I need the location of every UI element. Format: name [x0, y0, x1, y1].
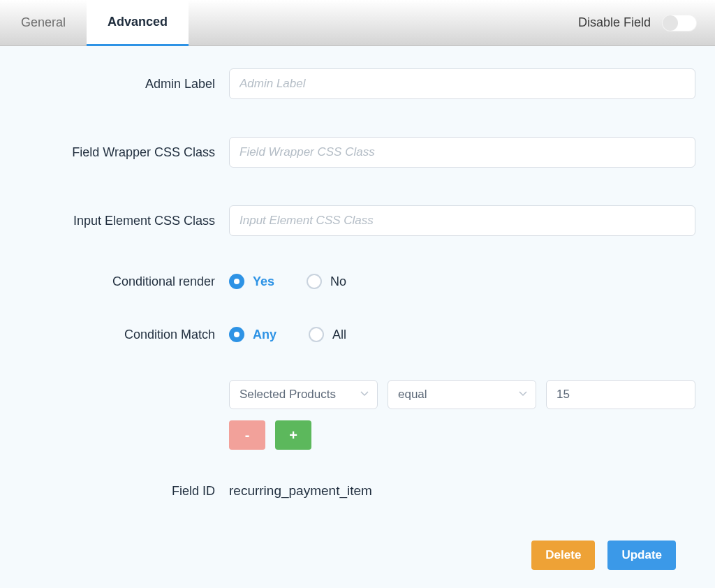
condition-operator-value: equal — [398, 388, 427, 402]
admin-label-input[interactable] — [229, 68, 695, 99]
radio-dot-icon — [309, 327, 324, 342]
condition-match-all-label: All — [332, 328, 346, 342]
input-class-label: Input Element CSS Class — [20, 214, 229, 228]
condition-match-all[interactable]: All — [309, 327, 346, 342]
footer-actions: Delete Update — [20, 541, 695, 570]
disable-field-wrap: Disable Field — [578, 15, 715, 31]
condition-field-select[interactable]: Selected Products — [229, 380, 378, 409]
tab-general[interactable]: General — [0, 0, 87, 46]
condition-buttons: - + — [229, 420, 695, 450]
chevron-down-icon — [519, 388, 527, 402]
condition-match-label: Condition Match — [20, 328, 229, 342]
row-admin-label: Admin Label — [20, 68, 695, 99]
input-class-input[interactable] — [229, 205, 695, 236]
conditional-render-label: Conditional render — [20, 274, 229, 289]
conditional-render-yes[interactable]: Yes — [229, 274, 274, 289]
add-condition-button[interactable]: + — [275, 420, 311, 450]
condition-operator-select[interactable]: equal — [388, 380, 536, 409]
radio-dot-icon — [307, 274, 322, 289]
row-input-class: Input Element CSS Class — [20, 205, 695, 236]
wrapper-class-input[interactable] — [229, 137, 695, 168]
condition-value-input[interactable] — [546, 380, 695, 409]
row-condition-match: Condition Match Any All — [20, 327, 695, 342]
conditional-render-no-label: No — [330, 274, 346, 289]
condition-match-any[interactable]: Any — [229, 327, 277, 342]
wrapper-class-label: Field Wrapper CSS Class — [20, 145, 229, 160]
row-conditional-render: Conditional render Yes No — [20, 274, 695, 289]
admin-label-label: Admin Label — [20, 77, 229, 91]
disable-field-toggle[interactable] — [662, 15, 697, 31]
disable-field-label: Disable Field — [578, 15, 651, 30]
condition-field-value: Selected Products — [239, 388, 336, 402]
field-id-value: recurring_payment_item — [229, 483, 372, 499]
chevron-down-icon — [360, 388, 369, 402]
form-area: Admin Label Field Wrapper CSS Class Inpu… — [0, 46, 715, 570]
radio-dot-icon — [229, 274, 244, 289]
update-button[interactable]: Update — [607, 541, 676, 570]
delete-button[interactable]: Delete — [531, 541, 595, 570]
condition-match-any-label: Any — [253, 328, 277, 342]
conditional-render-no[interactable]: No — [307, 274, 346, 289]
conditional-render-yes-label: Yes — [253, 274, 274, 289]
remove-condition-button[interactable]: - — [229, 420, 265, 450]
field-id-label: Field ID — [20, 484, 229, 499]
condition-rule-row: Selected Products equal — [229, 380, 695, 409]
radio-dot-icon — [229, 327, 244, 342]
row-wrapper-class: Field Wrapper CSS Class — [20, 137, 695, 168]
row-field-id: Field ID recurring_payment_item — [20, 483, 695, 499]
tab-bar: General Advanced Disable Field — [0, 0, 715, 46]
tab-advanced[interactable]: Advanced — [87, 0, 189, 46]
toggle-knob — [663, 15, 678, 31]
